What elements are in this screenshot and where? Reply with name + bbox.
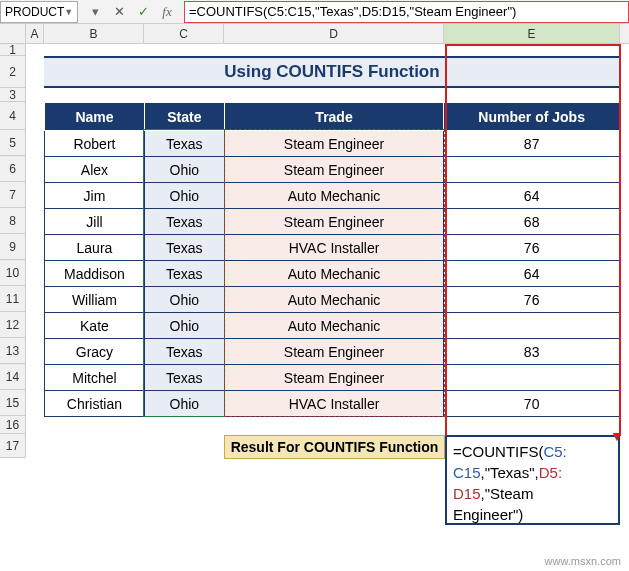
row-header-1[interactable]: 1 xyxy=(0,44,26,56)
row-header-7[interactable]: 7 xyxy=(0,182,26,208)
cell-num[interactable]: 68 xyxy=(444,209,620,235)
cell-name[interactable]: Laura xyxy=(45,235,145,261)
col-header-D[interactable]: D xyxy=(224,24,444,43)
cell-name[interactable]: Alex xyxy=(45,157,145,183)
row-header-6[interactable]: 6 xyxy=(0,156,26,182)
arrow-down-icon: ▼ xyxy=(610,428,624,444)
row-header-10[interactable]: 10 xyxy=(0,260,26,286)
row-header-16[interactable]: 16 xyxy=(0,416,26,434)
enter-icon[interactable]: ✓ xyxy=(132,2,154,22)
name-box[interactable]: PRODUCT ▼ xyxy=(0,1,78,23)
row-header-9[interactable]: 9 xyxy=(0,234,26,260)
select-all-corner[interactable] xyxy=(0,24,26,43)
row-header-5[interactable]: 5 xyxy=(0,130,26,156)
cell-state[interactable]: Ohio xyxy=(144,391,224,417)
row-header-3[interactable]: 3 xyxy=(0,88,26,102)
formula-part: COUNTIFS( xyxy=(462,443,544,460)
cell-name[interactable]: William xyxy=(45,287,145,313)
cell-trade[interactable]: Auto Mechanic xyxy=(224,183,444,209)
editing-cell-E17[interactable]: =COUNTIFS(C5:C15,"Texas",D5:D15,"Steam E… xyxy=(445,435,620,525)
cell-name[interactable]: Jill xyxy=(45,209,145,235)
cell-trade[interactable]: Steam Engineer xyxy=(224,339,444,365)
formula-part: D15 xyxy=(453,485,481,502)
name-box-text: PRODUCT xyxy=(5,5,64,19)
table-row: WilliamOhioAuto Mechanic76 xyxy=(45,287,620,313)
name-box-dropdown-icon[interactable]: ▼ xyxy=(64,7,73,17)
cell-num[interactable] xyxy=(444,313,620,339)
row-header-11[interactable]: 11 xyxy=(0,286,26,312)
table-row: MitchelTexasSteam Engineer xyxy=(45,365,620,391)
cell-state[interactable]: Texas xyxy=(144,131,224,157)
table-row: ChristianOhioHVAC Installer70 xyxy=(45,391,620,417)
cell-trade[interactable]: Auto Mechanic xyxy=(224,261,444,287)
cancel-icon[interactable]: ✕ xyxy=(108,2,130,22)
cell-name[interactable]: Kate xyxy=(45,313,145,339)
cell-trade[interactable]: Steam Engineer xyxy=(224,209,444,235)
cell-trade[interactable]: HVAC Installer xyxy=(224,391,444,417)
cell-num[interactable]: 70 xyxy=(444,391,620,417)
column-headers: A B C D E xyxy=(0,24,629,44)
cell-trade[interactable]: Steam Engineer xyxy=(224,131,444,157)
cell-state[interactable]: Texas xyxy=(144,209,224,235)
cell-num[interactable] xyxy=(444,157,620,183)
dropdown-icon[interactable]: ▾ xyxy=(84,2,106,22)
table-row: KateOhioAuto Mechanic xyxy=(45,313,620,339)
cell-num[interactable]: 76 xyxy=(444,287,620,313)
cell-name[interactable]: Maddison xyxy=(45,261,145,287)
formula-part: C5: xyxy=(543,443,566,460)
row-header-4[interactable]: 4 xyxy=(0,102,26,130)
row-header-13[interactable]: 13 xyxy=(0,338,26,364)
table-row: JimOhioAuto Mechanic64 xyxy=(45,183,620,209)
cell-trade[interactable]: Steam Engineer xyxy=(224,365,444,391)
cell-num[interactable]: 87 xyxy=(444,131,620,157)
cell-state[interactable]: Ohio xyxy=(144,183,224,209)
formula-part: D5: xyxy=(539,464,562,481)
cell-num[interactable]: 76 xyxy=(444,235,620,261)
row-header-17[interactable]: 17 xyxy=(0,434,26,458)
cell-state[interactable]: Ohio xyxy=(144,287,224,313)
table-row: GracyTexasSteam Engineer83 xyxy=(45,339,620,365)
cell-trade[interactable]: Auto Mechanic xyxy=(224,313,444,339)
header-trade: Trade xyxy=(224,103,444,131)
formula-part: = xyxy=(453,443,462,460)
cell-num[interactable] xyxy=(444,365,620,391)
table-row: LauraTexasHVAC Installer76 xyxy=(45,235,620,261)
header-state: State xyxy=(144,103,224,131)
formula-input[interactable] xyxy=(184,1,629,23)
title-band: Using COUNTIFS Function xyxy=(44,56,620,88)
result-label: Result For COUNTIFS Function xyxy=(224,435,445,459)
cell-trade[interactable]: Steam Engineer xyxy=(224,157,444,183)
cell-state[interactable]: Ohio xyxy=(144,313,224,339)
cell-num[interactable]: 64 xyxy=(444,183,620,209)
col-header-C[interactable]: C xyxy=(144,24,224,43)
cell-state[interactable]: Texas xyxy=(144,365,224,391)
formula-part: C15 xyxy=(453,464,481,481)
cells-area[interactable]: Using COUNTIFS Function Name State Trade… xyxy=(26,44,629,458)
cell-trade[interactable]: Auto Mechanic xyxy=(224,287,444,313)
row-header-2[interactable]: 2 xyxy=(0,56,26,88)
cell-state[interactable]: Ohio xyxy=(144,157,224,183)
cell-trade[interactable]: HVAC Installer xyxy=(224,235,444,261)
col-header-B[interactable]: B xyxy=(44,24,144,43)
formula-bar: PRODUCT ▼ ▾ ✕ ✓ fx xyxy=(0,0,629,24)
cell-state[interactable]: Texas xyxy=(144,339,224,365)
cell-state[interactable]: Texas xyxy=(144,235,224,261)
cell-num[interactable]: 64 xyxy=(444,261,620,287)
cell-num[interactable]: 83 xyxy=(444,339,620,365)
table-row: JillTexasSteam Engineer68 xyxy=(45,209,620,235)
fx-icon[interactable]: fx xyxy=(156,2,178,22)
cell-name[interactable]: Mitchel xyxy=(45,365,145,391)
cell-name[interactable]: Christian xyxy=(45,391,145,417)
row-header-8[interactable]: 8 xyxy=(0,208,26,234)
row-header-12[interactable]: 12 xyxy=(0,312,26,338)
cell-name[interactable]: Robert xyxy=(45,131,145,157)
cell-state[interactable]: Texas xyxy=(144,261,224,287)
table-header-row: Name State Trade Number of Jobs xyxy=(45,103,620,131)
watermark: www.msxn.com xyxy=(545,555,621,567)
row-header-15[interactable]: 15 xyxy=(0,390,26,416)
col-header-E[interactable]: E xyxy=(444,24,620,43)
row-header-14[interactable]: 14 xyxy=(0,364,26,390)
cell-name[interactable]: Jim xyxy=(45,183,145,209)
cell-name[interactable]: Gracy xyxy=(45,339,145,365)
col-header-A[interactable]: A xyxy=(26,24,44,43)
